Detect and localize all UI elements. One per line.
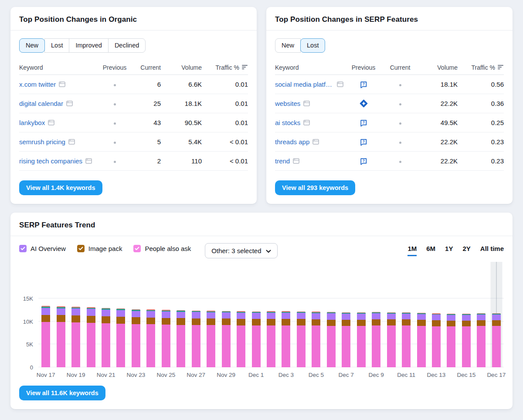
- table-row: digital calendar2518.1K0.01: [19, 94, 248, 113]
- tab-new[interactable]: New: [275, 38, 301, 53]
- chart-bar-slot: [38, 268, 53, 367]
- volume-cell: 18.1K: [417, 81, 458, 88]
- chart-bar[interactable]: [357, 312, 366, 367]
- serp-snapshot-icon[interactable]: [303, 101, 310, 106]
- bar-segment-image-pack: [327, 320, 336, 326]
- previous-cell: [343, 99, 384, 108]
- svg-text:?: ?: [362, 139, 364, 144]
- chart-bar[interactable]: [177, 310, 185, 367]
- chart-bar[interactable]: [282, 311, 290, 367]
- chart-bar[interactable]: [432, 313, 441, 367]
- serp-snapshot-icon[interactable]: [303, 120, 310, 125]
- range-all-time[interactable]: All time: [480, 245, 504, 256]
- chart-bar[interactable]: [222, 311, 231, 367]
- chart-bar-slot: [369, 268, 384, 367]
- chart-bar[interactable]: [116, 308, 125, 367]
- current-cell: 43: [129, 119, 161, 126]
- bar-segment-image-pack: [267, 319, 275, 325]
- range-1m[interactable]: 1M: [408, 245, 417, 256]
- x-tick-label: Nov 27: [187, 372, 205, 378]
- chart-bar[interactable]: [312, 312, 320, 367]
- keyword-link[interactable]: digital calendar: [19, 100, 63, 107]
- chart-bar[interactable]: [252, 312, 261, 367]
- chart-bar[interactable]: [297, 312, 306, 367]
- tab-new[interactable]: New: [19, 38, 45, 53]
- chart-bar[interactable]: [372, 312, 380, 367]
- chart-bar[interactable]: [342, 312, 350, 367]
- view-all-serp-button[interactable]: View all 293 keywords: [275, 180, 355, 195]
- other-features-dropdown[interactable]: Other: 3 selected: [205, 243, 277, 258]
- traffic-cell: < 0.01: [202, 157, 248, 165]
- chart-bar[interactable]: [447, 314, 455, 367]
- x-tick-label: Dec 1: [248, 372, 264, 378]
- range-2y[interactable]: 2Y: [462, 245, 470, 256]
- bar-segment-ai-overview: [357, 314, 366, 320]
- keyword-link[interactable]: x.com twitter: [19, 81, 56, 88]
- keyword-link[interactable]: threads app: [275, 138, 309, 146]
- keyword-link[interactable]: rising tech companies: [19, 157, 82, 165]
- chart-bar[interactable]: [402, 312, 411, 367]
- sort-descending-icon[interactable]: [242, 64, 248, 71]
- serp-snapshot-icon[interactable]: [48, 120, 54, 125]
- keyword-cell: digital calendar: [19, 100, 101, 107]
- tab-improved[interactable]: Improved: [69, 38, 108, 53]
- serp-snapshot-icon[interactable]: [312, 139, 319, 145]
- bar-segment-image-pack: [162, 318, 170, 325]
- keyword-link[interactable]: trend: [275, 157, 290, 165]
- sort-descending-icon[interactable]: [498, 64, 504, 71]
- tab-lost[interactable]: Lost: [300, 38, 325, 53]
- view-all-trend-button[interactable]: View all 11.6K keywords: [19, 386, 105, 400]
- chart-bar[interactable]: [207, 311, 215, 367]
- serp-tab-group: NewLost: [275, 38, 325, 53]
- chart-bar[interactable]: [102, 308, 110, 367]
- keyword-link[interactable]: lankybox: [19, 119, 45, 126]
- chart-bar[interactable]: [192, 311, 200, 367]
- bar-segment-image-pack: [477, 320, 486, 326]
- chart-bar[interactable]: [477, 313, 486, 367]
- svg-text:?: ?: [362, 82, 364, 86]
- bar-segment-ai-overview: [282, 313, 290, 319]
- volume-cell: 22.2K: [417, 157, 458, 165]
- no-position-dot: [114, 84, 116, 86]
- feature-checkbox-ai-overview[interactable]: AI Overview: [19, 243, 66, 252]
- chart-bar-slot: [309, 268, 323, 367]
- bar-segment-people-also-ask: [327, 326, 336, 367]
- serp-snapshot-icon[interactable]: [337, 81, 343, 87]
- y-tick-label: 0: [30, 364, 33, 371]
- current-cell: [384, 119, 417, 126]
- chart-bar[interactable]: [87, 307, 95, 367]
- tab-lost[interactable]: Lost: [44, 38, 69, 53]
- chart-bar[interactable]: [71, 307, 80, 367]
- chart-bar[interactable]: [492, 313, 501, 367]
- x-tick-label: Dec 13: [427, 372, 446, 378]
- tab-declined[interactable]: Declined: [108, 38, 146, 53]
- serp-snapshot-icon[interactable]: [293, 158, 299, 164]
- feature-checkbox-image-pack[interactable]: Image pack: [77, 243, 122, 252]
- chart-bar[interactable]: [417, 313, 426, 367]
- chart-bar[interactable]: [162, 310, 170, 367]
- bar-segment-image-pack: [447, 321, 455, 327]
- chart-bar[interactable]: [237, 311, 245, 367]
- keyword-link[interactable]: social media platforms: [275, 81, 334, 88]
- previous-cell: [101, 138, 129, 146]
- chart-bar[interactable]: [132, 309, 140, 367]
- serp-snapshot-icon[interactable]: [68, 139, 75, 145]
- feature-checkbox-people-also-ask[interactable]: People also ask: [133, 243, 191, 252]
- serp-snapshot-icon[interactable]: [59, 81, 65, 87]
- chart-bar[interactable]: [327, 312, 336, 367]
- chart-bar-slot: [159, 268, 173, 367]
- keyword-link[interactable]: websites: [275, 100, 300, 107]
- chart-bar[interactable]: [57, 306, 65, 367]
- range-6m[interactable]: 6M: [426, 245, 435, 256]
- serp-snapshot-icon[interactable]: [85, 158, 92, 164]
- chart-bar[interactable]: [462, 314, 471, 367]
- keyword-link[interactable]: semrush pricing: [19, 138, 65, 146]
- keyword-link[interactable]: ai stocks: [275, 119, 300, 126]
- chart-bar[interactable]: [387, 312, 396, 367]
- chart-bar[interactable]: [41, 306, 50, 367]
- range-1y[interactable]: 1Y: [445, 245, 453, 256]
- view-all-organic-button[interactable]: View all 1.4K keywords: [19, 180, 102, 195]
- serp-snapshot-icon[interactable]: [66, 101, 73, 106]
- chart-bar[interactable]: [146, 309, 155, 367]
- chart-bar[interactable]: [267, 311, 275, 367]
